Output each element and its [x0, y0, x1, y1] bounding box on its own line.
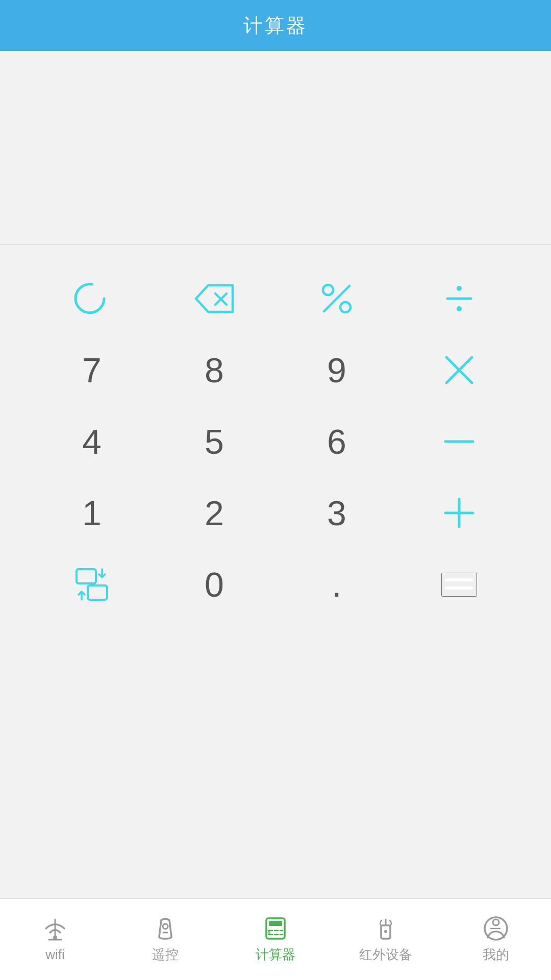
- nav-label-calculator: 计算器: [256, 946, 295, 964]
- multiply-button[interactable]: [398, 337, 520, 403]
- multiply-icon: [442, 353, 476, 387]
- btn-dot[interactable]: .: [276, 551, 398, 618]
- percent-button[interactable]: [276, 265, 398, 332]
- equals-cell: [398, 551, 520, 618]
- btn-6[interactable]: 6: [276, 408, 398, 475]
- svg-point-5: [457, 286, 462, 291]
- svg-point-22: [163, 924, 168, 929]
- clear-button[interactable]: [31, 265, 153, 332]
- convert-button[interactable]: [31, 551, 153, 618]
- btn-2[interactable]: 2: [153, 480, 276, 546]
- calculator-grid: 7 8 9 4 5 6 1 2 3: [0, 245, 551, 638]
- minus-button[interactable]: [398, 408, 520, 475]
- nav-label-remote: 遥控: [152, 946, 179, 964]
- nav-label-wifi: wifi: [45, 947, 65, 963]
- calculator-nav-icon: ¥: [262, 915, 289, 942]
- svg-point-3: [340, 302, 350, 312]
- minus-icon: [442, 436, 476, 447]
- svg-point-37: [493, 919, 499, 925]
- svg-rect-25: [269, 921, 282, 926]
- nav-label-mine: 我的: [483, 946, 509, 964]
- percent-icon: [320, 282, 354, 315]
- equals-icon: [442, 574, 476, 594]
- svg-point-7: [457, 306, 462, 311]
- svg-rect-13: [77, 569, 96, 583]
- btn-3[interactable]: 3: [276, 480, 398, 546]
- btn-4[interactable]: 4: [31, 408, 153, 475]
- nav-item-infrared[interactable]: 红外设备: [331, 915, 441, 964]
- nav-item-calculator[interactable]: ¥ 计算器: [220, 915, 331, 964]
- mine-icon: [483, 915, 509, 942]
- btn-1[interactable]: 1: [31, 480, 153, 546]
- plus-button[interactable]: [398, 480, 520, 546]
- clear-icon: [73, 280, 110, 317]
- btn-8[interactable]: 8: [153, 337, 276, 403]
- divide-icon: [442, 282, 476, 315]
- remote-icon: [152, 915, 179, 942]
- svg-point-35: [384, 930, 387, 933]
- nav-item-wifi[interactable]: wifi: [0, 916, 110, 963]
- display-area: [0, 51, 551, 245]
- divide-button[interactable]: [398, 265, 520, 332]
- btn-9[interactable]: 9: [276, 337, 398, 403]
- btn-7[interactable]: 7: [31, 337, 153, 403]
- svg-line-4: [324, 286, 349, 311]
- convert-icon: [73, 566, 110, 603]
- nav-item-mine[interactable]: 我的: [441, 915, 551, 964]
- svg-rect-14: [88, 585, 107, 600]
- header-title: 计算器: [243, 13, 308, 39]
- wifi-icon: [42, 916, 68, 943]
- main-content: 7 8 9 4 5 6 1 2 3: [0, 51, 551, 898]
- btn-5[interactable]: 5: [153, 408, 276, 475]
- plus-icon: [442, 496, 476, 530]
- nav-item-remote[interactable]: 遥控: [110, 915, 220, 964]
- bottom-navigation: wifi 遥控 ¥ 计算器: [0, 898, 551, 980]
- nav-label-infrared: 红外设备: [359, 946, 412, 964]
- backspace-button[interactable]: [153, 265, 276, 332]
- backspace-icon: [194, 283, 235, 314]
- app-header: 计算器: [0, 0, 551, 51]
- svg-point-2: [323, 285, 333, 295]
- equals-button[interactable]: [441, 573, 477, 597]
- btn-0[interactable]: 0: [153, 551, 276, 618]
- infrared-icon: [372, 915, 399, 942]
